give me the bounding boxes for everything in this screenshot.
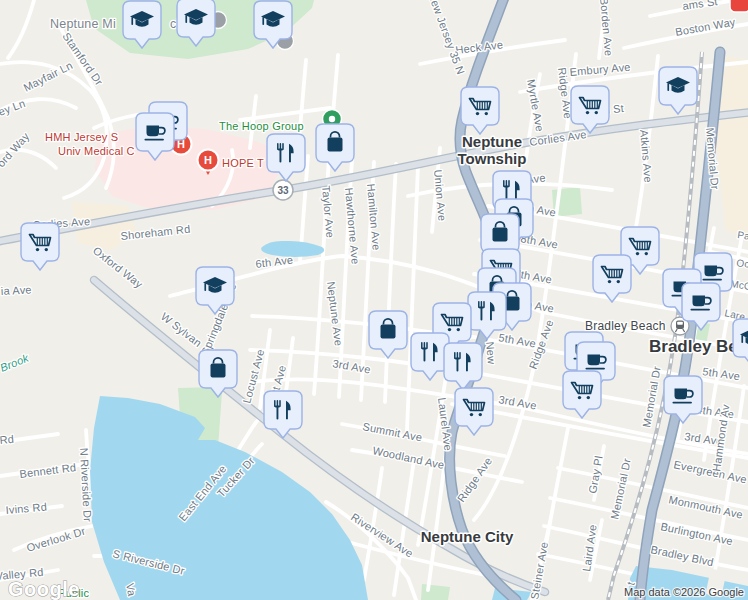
- route-33-shield-label: 33: [277, 185, 289, 196]
- station-label-bradley-beach: Bradley Beach: [585, 319, 666, 333]
- google-logo[interactable]: Google: [8, 578, 80, 600]
- route-33-shield: 33: [273, 180, 293, 200]
- map-data-attribution: Map data ©2026 Google: [624, 586, 744, 598]
- street-label-pa: Pa: [737, 229, 748, 242]
- street-label-sylvania-ave: ia Ave: [0, 283, 32, 297]
- hospital-label-line1: HMH Jersey S: [45, 131, 118, 143]
- town-label-neptune-township-2: Township: [458, 150, 527, 167]
- street-label-oc: Oc: [736, 257, 748, 270]
- town-label-neptune-city: Neptune City: [421, 528, 514, 545]
- poi-marker-partial-red[interactable]: [730, 0, 748, 12]
- svg-text:H: H: [204, 154, 212, 166]
- school-label-left: Neptune Mi: [50, 17, 116, 31]
- street-label-nj35-south: New: [484, 341, 498, 365]
- hope-tower-label: HOPE T: [222, 157, 264, 169]
- street-label-rd: Rd: [0, 433, 15, 446]
- hospital-label-line2: Univ Medical C: [58, 145, 135, 157]
- hoop-group-label: The Hoop Group: [219, 120, 304, 132]
- map-canvas[interactable]: Corlies Ave Shoreham Rd Oxford Way ia Av…: [0, 0, 748, 600]
- town-label-neptune-township-1: Neptune: [462, 133, 522, 150]
- map-svg[interactable]: Corlies Ave Shoreham Rd Oxford Way ia Av…: [0, 0, 748, 600]
